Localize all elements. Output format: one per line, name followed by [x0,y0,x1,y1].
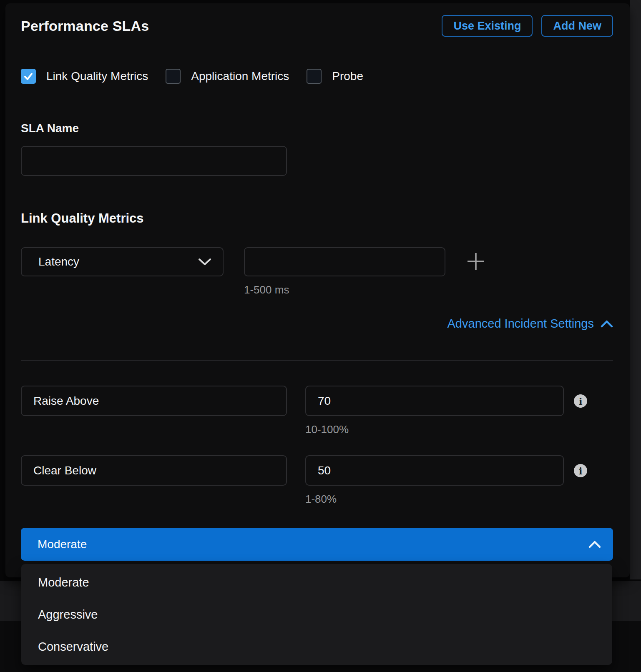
toggle-probe: Probe [307,69,363,84]
panel-header: Performance SLAs Use Existing Add New [21,15,613,37]
sla-name-input[interactable] [21,146,287,176]
plus-icon [466,251,486,271]
toggle-label: Probe [332,70,363,83]
link-quality-metrics-heading: Link Quality Metrics [21,211,613,226]
page-title: Performance SLAs [21,18,149,34]
application-metrics-checkbox[interactable] [166,69,181,84]
toggle-application-metrics: Application Metrics [166,69,289,84]
toggle-label: Link Quality Metrics [46,70,148,83]
add-metric-button[interactable] [466,251,486,271]
clear-below-info-icon[interactable]: i [574,464,587,477]
advanced-incident-settings-label: Advanced Incident Settings [447,317,594,331]
sensitivity-selected-value: Moderate [38,538,588,551]
add-new-button[interactable]: Add New [541,15,613,37]
clear-below-input[interactable] [305,455,564,486]
clear-below-label-box[interactable]: Clear Below [21,455,287,486]
scrollbar-gutter [630,0,641,579]
raise-above-label-box[interactable]: Raise Above [21,386,287,416]
raise-above-input[interactable] [305,386,564,416]
clear-below-field: 1-80% [305,455,564,506]
clear-below-row: Clear Below 1-80% i [21,455,613,506]
chevron-up-icon [601,320,613,328]
menu-item-moderate[interactable]: Moderate [21,567,612,598]
threshold-field: 1-500 ms [244,247,445,296]
metric-select-value: Latency [38,255,198,268]
sensitivity-dropdown-menu: Moderate Aggressive Conservative [21,564,612,665]
raise-above-field: 10-100% [305,386,564,436]
raise-above-info-icon[interactable]: i [574,394,587,408]
performance-slas-panel: Performance SLAs Use Existing Add New Li… [5,3,630,577]
toggle-label: Application Metrics [191,70,289,83]
chevron-down-icon [198,257,212,266]
metric-row: Latency 1-500 ms [21,247,613,296]
toggle-link-quality-metrics: Link Quality Metrics [21,69,148,84]
raise-above-row: Raise Above 10-100% i [21,386,613,436]
advanced-incident-settings-link[interactable]: Advanced Incident Settings [447,317,613,331]
metric-select[interactable]: Latency [21,247,224,276]
threshold-input[interactable] [244,247,445,276]
sla-name-label: SLA Name [21,122,613,135]
section-divider [21,360,613,361]
probe-checkbox[interactable] [307,69,322,84]
link-quality-metrics-checkbox[interactable] [21,69,36,84]
sensitivity-select[interactable]: Moderate [21,528,613,561]
raise-above-hint: 10-100% [305,423,564,436]
checkmark-icon [23,71,33,81]
metric-type-toggles: Link Quality Metrics Application Metrics… [21,69,613,84]
use-existing-button[interactable]: Use Existing [442,15,533,37]
threshold-hint: 1-500 ms [244,283,445,296]
advanced-settings-row: Advanced Incident Settings [21,317,613,331]
header-buttons: Use Existing Add New [442,15,613,37]
chevron-up-icon [588,540,601,549]
clear-below-hint: 1-80% [305,493,564,506]
menu-item-conservative[interactable]: Conservative [21,631,612,662]
menu-item-aggressive[interactable]: Aggressive [21,599,612,630]
